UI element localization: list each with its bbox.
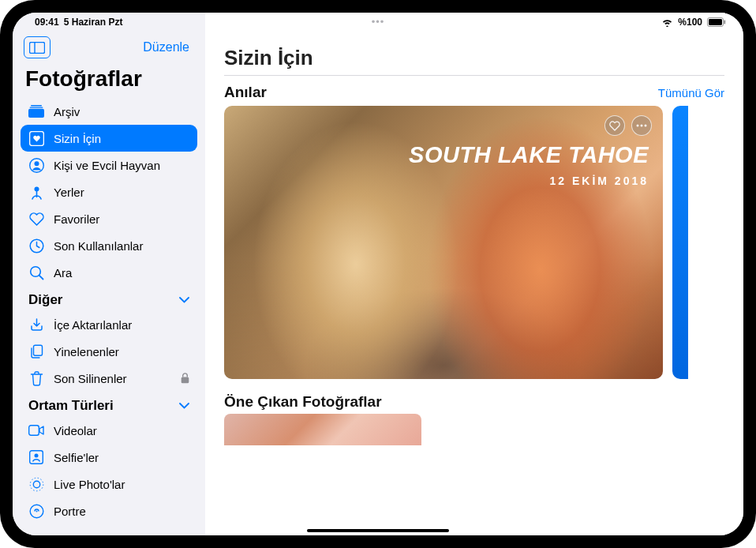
sidebar-item-recents[interactable]: Son Kullanılanlar [21,232,197,259]
sidebar-item-library[interactable]: Arşiv [21,98,197,125]
for-you-icon [28,130,44,146]
sidebar-item-label: Kişi ve Evcil Hayvan [54,159,189,172]
sidebar-item-label: İçe Aktarılanlar [54,318,189,332]
svg-point-24 [637,125,639,127]
multitask-dots[interactable]: ••• [372,16,385,28]
featured-row[interactable] [224,414,743,445]
section-header-media-types[interactable]: Ortam Türleri [21,392,197,417]
svg-point-19 [35,454,39,458]
sidebar-item-label: Son Silinenler [54,372,171,385]
svg-point-25 [641,125,643,127]
page-title: Sizin İçin [224,46,724,76]
svg-rect-5 [31,105,42,106]
sidebar-title: Fotoğraflar [21,66,197,98]
sidebar-item-videos[interactable]: Videolar [21,417,197,444]
memory-card[interactable]: SOUTH LAKE TAHOE 12 EKİM 2018 [224,106,663,379]
chevron-down-icon [179,297,189,303]
import-icon [28,317,44,332]
wifi-icon [661,18,673,27]
sidebar-item-search[interactable]: Ara [21,259,197,286]
section-header-other[interactable]: Diğer [21,286,197,311]
chevron-down-icon [179,403,189,409]
sidebar-item-favorites[interactable]: Favoriler [21,205,197,232]
sidebar-item-label: Live Photo'lar [54,478,189,491]
svg-point-21 [30,478,43,491]
sidebar-toggle-button[interactable] [24,36,51,58]
sidebar-item-recently-deleted[interactable]: Son Silinenler [21,365,197,392]
sidebar-item-portrait[interactable]: Portre [21,497,197,524]
section-header-label: Diğer [28,292,62,308]
sidebar-item-people[interactable]: Kişi ve Evcil Hayvan [21,152,197,178]
sidebar-item-places[interactable]: Yerler [21,178,197,205]
edit-button[interactable]: Düzenle [143,40,194,54]
svg-rect-2 [724,21,726,24]
svg-rect-6 [30,107,43,107]
sidebar-item-label: Arşiv [54,105,189,118]
featured-card[interactable] [224,414,421,445]
heart-icon [28,211,44,227]
featured-header: Öne Çıkan Fotoğraflar [224,379,743,414]
memory-card-next[interactable] [672,106,688,379]
sidebar-item-label: Sizin İçin [54,132,189,145]
favorite-button[interactable] [604,115,625,136]
memory-date: 12 EKİM 2018 [409,175,649,187]
home-indicator[interactable] [307,529,449,532]
see-all-button[interactable]: Tümünü Gör [658,86,724,99]
livephoto-icon [28,476,44,492]
status-date: 5 Haziran Pzt [64,17,123,28]
sidebar-item-label: Portre [54,505,189,518]
svg-rect-16 [182,377,189,384]
sidebar-item-duplicates[interactable]: Yinelenenler [21,338,197,365]
svg-rect-3 [30,42,45,53]
svg-rect-17 [29,426,39,436]
svg-line-14 [39,275,43,279]
trash-icon [28,370,44,386]
sidebar-item-live-photos[interactable]: Live Photo'lar [21,471,197,497]
svg-rect-15 [33,345,42,355]
duplicate-icon [28,343,44,359]
svg-point-26 [645,125,647,127]
sidebar-item-label: Ara [54,266,189,280]
library-icon [28,103,44,119]
lock-icon [181,373,189,384]
svg-point-11 [34,186,39,191]
sidebar-item-label: Selfie'ler [54,451,189,464]
selfie-icon [28,449,44,465]
sidebar-item-label: Favoriler [54,212,189,226]
battery-percent: %100 [678,17,702,28]
status-time: 09:41 [35,17,59,28]
battery-icon [707,17,726,27]
svg-point-10 [34,161,39,166]
svg-rect-7 [28,109,44,118]
sidebar-item-selfies[interactable]: Selfie'ler [21,444,197,471]
main-content: Sizin İçin Anılar Tümünü Gör [205,30,743,535]
memories-row[interactable]: SOUTH LAKE TAHOE 12 EKİM 2018 [224,106,743,379]
svg-point-23 [36,510,37,512]
video-icon [28,422,44,438]
sidebar-item-label: Son Kullanılanlar [54,239,189,253]
sidebar-item-label: Yerler [54,186,189,199]
sidebar-item-label: Videolar [54,424,189,437]
memories-header: Anılar [224,84,267,101]
portrait-icon [28,503,44,519]
sidebar: Düzenle Fotoğraflar Arşiv Sizin İçin [13,30,205,535]
people-icon [28,157,44,173]
search-icon [28,265,44,280]
more-button[interactable] [631,115,652,136]
svg-point-20 [33,481,39,487]
sidebar-item-label: Yinelenenler [54,345,189,358]
sidebar-item-imports[interactable]: İçe Aktarılanlar [21,311,197,338]
clock-icon [28,238,44,253]
section-header-label: Ortam Türleri [28,398,114,414]
places-icon [28,184,44,200]
svg-rect-1 [709,19,722,25]
memory-title: SOUTH LAKE TAHOE [409,142,649,168]
sidebar-item-for-you[interactable]: Sizin İçin [21,125,197,152]
